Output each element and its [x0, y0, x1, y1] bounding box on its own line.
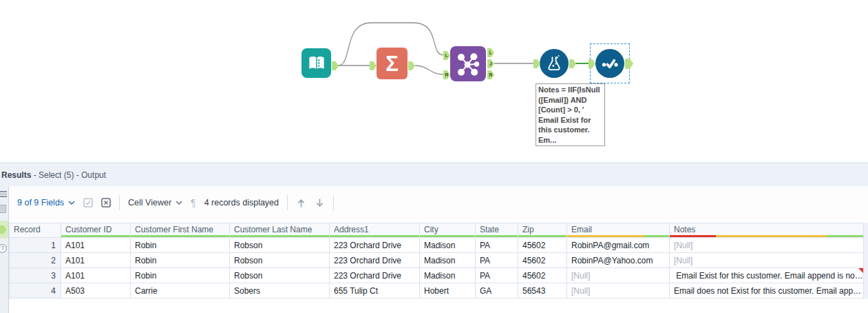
- cell[interactable]: A101: [61, 253, 131, 268]
- toolbar-separator: [287, 195, 288, 210]
- record-number-cell[interactable]: 1: [10, 238, 61, 253]
- cell[interactable]: 45602: [518, 238, 567, 253]
- cell-viewer-label: Cell Viewer: [128, 198, 171, 208]
- cell[interactable]: Email does not Exist for this customer. …: [670, 283, 864, 299]
- column-header-customer-id[interactable]: Customer ID: [61, 223, 131, 238]
- table-row: 2 A101 Robin Robson 223 Orchard Drive Ma…: [10, 253, 864, 268]
- cell[interactable]: Robson: [230, 238, 330, 253]
- column-header-notes[interactable]: Notes: [670, 223, 864, 238]
- cell[interactable]: Robson: [230, 268, 330, 283]
- column-header-zip[interactable]: Zip: [518, 223, 567, 238]
- open-book-icon: [306, 53, 327, 74]
- table-row: 4 A503 Carrie Sobers 655 Tulip Ct Hobert…: [10, 283, 864, 299]
- select-tool[interactable]: [595, 49, 624, 78]
- cell[interactable]: RobinPA@gmail.com: [567, 238, 670, 253]
- column-header-address1[interactable]: Address1: [330, 223, 420, 238]
- formula-tool[interactable]: [540, 49, 569, 78]
- results-data-grid: Record Customer ID Customer First Name C…: [9, 223, 864, 299]
- record-number-cell[interactable]: 2: [10, 253, 61, 268]
- cell[interactable]: Robin: [131, 253, 230, 268]
- cell[interactable]: 223 Orchard Drive: [330, 238, 420, 253]
- cell-viewer-dropdown[interactable]: Cell Viewer: [128, 198, 182, 208]
- select-checked-fields-icon[interactable]: [83, 198, 93, 208]
- chevron-down-icon: [68, 201, 75, 205]
- cell[interactable]: Madison: [420, 253, 476, 268]
- cell[interactable]: PA: [476, 268, 518, 283]
- deselect-fields-icon[interactable]: [101, 198, 111, 208]
- table-row: 1 A101 Robin Robson 223 Orchard Drive Ma…: [10, 238, 864, 253]
- connection-summarize-to-join-R[interactable]: [415, 65, 443, 74]
- cell[interactable]: 45602: [518, 253, 567, 268]
- table-row: 3 A101 Robin Robson 223 Orchard Drive Ma…: [10, 268, 864, 283]
- results-title-label: Results: [1, 170, 31, 180]
- results-panel: Results - Select (5) - Output ? 9 of 9 F…: [0, 163, 868, 313]
- sigma-icon: Σ: [385, 53, 399, 74]
- join-network-icon: [454, 50, 482, 78]
- cell[interactable]: [Null]: [567, 268, 670, 283]
- column-header-email[interactable]: Email: [567, 223, 670, 238]
- cell[interactable]: [Null]: [567, 283, 670, 299]
- output-anchor-icon: [0, 225, 7, 234]
- select-check-icon: [600, 53, 620, 74]
- toolbar-separator: [119, 195, 120, 210]
- summarize-tool[interactable]: Σ: [377, 48, 407, 79]
- record-number-cell[interactable]: 4: [10, 283, 61, 299]
- workflow-canvas[interactable]: Σ L R L J: [0, 0, 868, 163]
- cell[interactable]: Madison: [420, 238, 476, 253]
- cell[interactable]: A101: [61, 268, 131, 283]
- column-header-state[interactable]: State: [476, 223, 518, 238]
- cell[interactable]: Robin: [131, 238, 230, 253]
- active-anchor-indicator[interactable]: [0, 221, 8, 239]
- cell[interactable]: 655 Tulip Ct: [330, 283, 420, 299]
- results-side-strip: ?: [0, 186, 9, 313]
- help-icon[interactable]: ?: [0, 244, 7, 253]
- cell[interactable]: Email Exist for this customer. Email app…: [670, 268, 864, 283]
- toolbar-separator: [333, 195, 334, 210]
- scroll-down-icon[interactable]: [315, 198, 325, 208]
- column-header-record[interactable]: Record: [10, 223, 61, 238]
- fields-dropdown-label: 9 of 9 Fields: [17, 198, 64, 208]
- cell[interactable]: [Null]: [670, 238, 864, 253]
- cell[interactable]: A503: [61, 283, 131, 299]
- cell[interactable]: 223 Orchard Drive: [330, 253, 420, 268]
- cell[interactable]: PA: [476, 238, 518, 253]
- cell[interactable]: Carrie: [131, 283, 230, 299]
- scroll-up-icon[interactable]: [296, 198, 306, 208]
- records-displayed-label: 4 records displayed: [204, 198, 279, 208]
- cell[interactable]: 56543: [518, 283, 567, 299]
- cell[interactable]: [Null]: [670, 253, 864, 268]
- chevron-down-icon: [176, 201, 182, 205]
- alteryx-designer-window: Σ L R L J: [0, 0, 868, 313]
- cell[interactable]: Hobert: [420, 283, 476, 299]
- panel-dock-icon[interactable]: [0, 205, 6, 213]
- panel-menu-icon[interactable]: [0, 191, 7, 197]
- cell-warning-flag: [858, 268, 863, 273]
- cell[interactable]: Robson: [230, 253, 330, 268]
- grid-header-row: Record Customer ID Customer First Name C…: [10, 223, 864, 238]
- connections-layer: [0, 0, 868, 163]
- cell[interactable]: Robin: [131, 268, 230, 283]
- column-header-first-name[interactable]: Customer First Name: [131, 223, 230, 238]
- join-tool[interactable]: [450, 46, 486, 81]
- cell[interactable]: A101: [61, 238, 131, 253]
- cell[interactable]: Madison: [420, 268, 476, 283]
- column-header-city[interactable]: City: [420, 223, 476, 238]
- show-whitespace-icon[interactable]: ¶: [191, 197, 196, 208]
- column-header-last-name[interactable]: Customer Last Name: [230, 223, 330, 238]
- cell[interactable]: PA: [476, 253, 518, 268]
- formula-annotation[interactable]: Notes = IIF(IsNull ([Email]) AND [Count]…: [536, 83, 605, 146]
- results-title-context: - Select (5) - Output: [31, 170, 106, 180]
- results-toolbar: 9 of 9 Fields Cell Viewer ¶ 4 records di…: [9, 186, 868, 219]
- cell[interactable]: RobinPA@Yahoo.com: [567, 253, 670, 268]
- flask-icon: [544, 54, 564, 73]
- input-data-tool[interactable]: [301, 48, 331, 78]
- results-panel-title: Results - Select (5) - Output: [0, 164, 868, 186]
- cell[interactable]: 223 Orchard Drive: [330, 268, 420, 283]
- fields-dropdown[interactable]: 9 of 9 Fields: [17, 198, 75, 208]
- cell[interactable]: Sobers: [230, 283, 330, 299]
- cell[interactable]: GA: [476, 283, 518, 299]
- record-number-cell[interactable]: 3: [10, 268, 61, 283]
- cell[interactable]: 45602: [518, 268, 567, 283]
